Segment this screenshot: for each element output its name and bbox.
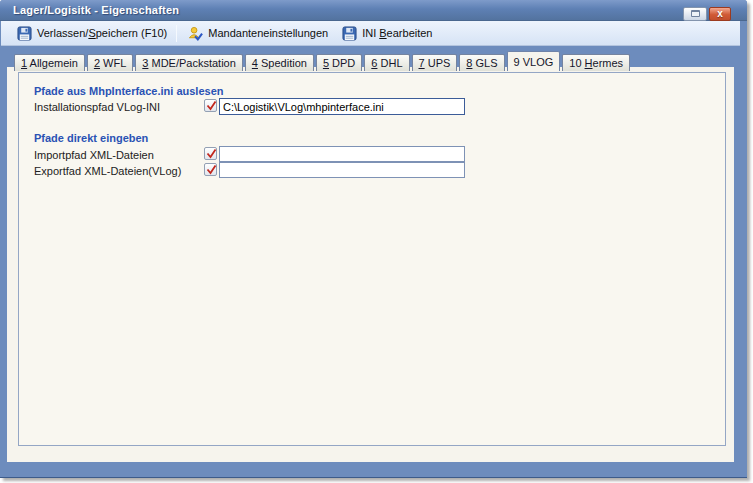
tab-4[interactable]: 4 Spedition [245,54,314,71]
save-icon [342,26,357,41]
checkbox-import-path[interactable] [204,147,217,160]
save-exit-button[interactable]: Verlassen/Speichern (F10) [10,23,174,44]
tab-3[interactable]: 3 MDE/Packstation [135,54,243,71]
installation-path-input[interactable] [219,98,465,115]
settings-panel: Pfade aus MhpInterface.ini auslesen Inst… [18,72,726,446]
checkbox-export-path[interactable] [204,163,217,176]
red-check-icon [205,99,218,112]
window-title: Lager/Logisitk - Eigenschaften [13,4,179,16]
ini-edit-label: INI Bearbeiten [362,27,432,39]
tab-1[interactable]: 1 Allgemein [14,54,85,71]
close-icon: x [717,8,723,19]
save-icon [17,26,32,41]
client-settings-icon [188,26,203,41]
tab-8[interactable]: 8 GLS [459,54,504,71]
tab-5[interactable]: 5 DPD [316,54,362,71]
maximize-icon [691,10,700,17]
maximize-button[interactable] [683,7,707,21]
label-export-path: Exportfad XML-Dateien(VLog) [34,165,181,177]
import-path-input[interactable] [219,146,465,162]
ini-edit-button[interactable]: INI Bearbeiten [335,23,439,44]
tab-2[interactable]: 2 WFL [87,54,133,71]
tab-6[interactable]: 6 DHL [364,54,409,71]
tab-9[interactable]: 9 VLOG [507,51,561,71]
tab-7[interactable]: 7 UPS [412,54,458,71]
client-settings-button[interactable]: Mandanteneinstellungen [181,23,335,44]
section-title-read-ini: Pfade aus MhpInterface.ini auslesen [34,85,224,97]
save-exit-label: Verlassen/Speichern (F10) [37,27,167,39]
client-settings-label: Mandanteneinstellungen [208,27,328,39]
red-check-icon [205,147,218,160]
close-button[interactable]: x [709,7,731,21]
label-installation-path: Installationspfad VLog-INI [34,101,160,113]
checkbox-installation-path[interactable] [204,99,217,112]
red-check-icon [205,163,218,176]
export-path-input[interactable] [219,162,465,178]
toolbar: Verlassen/Speichern (F10) Mandanteneinst… [1,21,740,46]
tab-strip: 1 Allgemein2 WFL3 MDE/Packstation4 Spedi… [14,51,632,71]
label-import-path: Importpfad XML-Dateien [34,149,154,161]
tab-10[interactable]: 10 Hermes [562,54,630,71]
section-title-direct-paths: Pfade direkt eingeben [34,132,148,144]
titlebar[interactable]: Lager/Logisitk - Eigenschaften x [0,0,747,21]
toolbar-separator [176,25,177,42]
dialog-window: Lager/Logisitk - Eigenschaften x Verlass… [0,0,747,478]
